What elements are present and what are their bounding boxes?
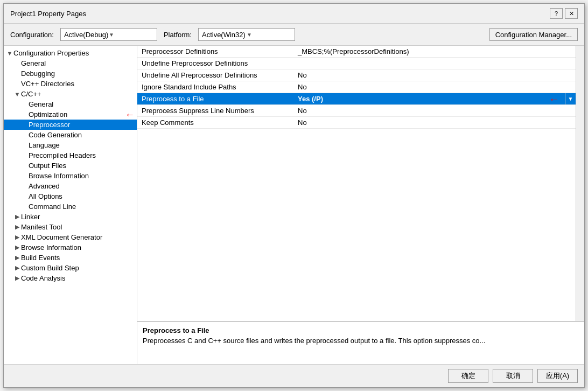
prop-dropdown-arrow-icon[interactable]: ▼	[565, 93, 576, 105]
prop-row-suppress-line-numbers[interactable]: Preprocess Suppress Line NumbersNo	[137, 105, 576, 117]
sidebar-item-label: XML Document Generator	[21, 233, 137, 241]
cancel-button[interactable]: 取消	[493, 369, 533, 383]
sidebar: ▼Configuration PropertiesGeneralDebuggin…	[4, 46, 137, 364]
sidebar-item-precompiled[interactable]: Precompiled Headers	[4, 150, 137, 160]
sidebar-item-manifest-tool[interactable]: ▶Manifest Tool	[4, 222, 137, 232]
platform-label: Platform:	[164, 31, 192, 39]
config-row: Configuration: Active(Debug) ▼ Platform:…	[4, 24, 584, 45]
prop-value: Yes (/P)	[293, 95, 565, 103]
prop-name: Keep Comments	[137, 118, 293, 127]
title-controls: ? ✕	[550, 8, 578, 19]
sidebar-item-config-props[interactable]: ▼Configuration Properties	[4, 48, 137, 58]
prop-value: _MBCS;%(PreprocessorDefinitions)	[293, 47, 576, 55]
sidebar-item-label: Preprocessor	[29, 121, 137, 129]
sidebar-item-cpp-general[interactable]: General	[4, 99, 137, 109]
sidebar-item-label: Precompiled Headers	[29, 151, 137, 159]
sidebar-item-label: Browse Information	[29, 172, 137, 180]
sidebar-item-browse-info2[interactable]: ▶Browse Information	[4, 242, 137, 253]
config-label: Configuration:	[10, 31, 54, 39]
expand-icon: ▶	[13, 254, 21, 261]
sidebar-item-label: C/C++	[21, 90, 137, 98]
sidebar-item-label: Debugging	[21, 69, 137, 78]
sidebar-item-xml-doc[interactable]: ▶XML Document Generator	[4, 232, 137, 242]
prop-row-undef-all-preprocessor[interactable]: Undefine All Preprocessor DefinitionsNo	[137, 69, 576, 81]
sidebar-item-code-analysis[interactable]: ▶Code Analysis	[4, 273, 137, 283]
description-title: Preprocess to a File	[143, 326, 579, 334]
sidebar-item-code-gen[interactable]: Code Generation	[4, 130, 137, 140]
property-table: Preprocessor Definitions_MBCS;%(Preproce…	[137, 46, 576, 321]
sidebar-item-general[interactable]: General	[4, 58, 137, 68]
prop-name: Undefine All Preprocessor Definitions	[137, 71, 293, 79]
prop-row-ignore-standard[interactable]: Ignore Standard Include PathsNo	[137, 81, 576, 93]
prop-name: Preprocessor Definitions	[137, 47, 293, 55]
title-bar: Project1 Property Pages ? ✕	[4, 4, 584, 24]
description-text: Preprocesses C and C++ source files and …	[143, 337, 579, 345]
prop-name: Undefine Preprocessor Definitions	[137, 59, 293, 67]
sidebar-item-all-options[interactable]: All Options	[4, 191, 137, 201]
expand-icon: ▶	[13, 264, 21, 271]
sidebar-item-label: Command Line	[29, 203, 137, 211]
sidebar-item-output-files[interactable]: Output Files	[4, 160, 137, 171]
sidebar-item-label: Output Files	[29, 162, 137, 170]
sidebar-item-label: Manifest Tool	[21, 223, 137, 231]
sidebar-item-label: General	[21, 59, 137, 67]
config-dropdown[interactable]: Active(Debug) ▼	[60, 28, 157, 41]
sidebar-item-label: Optimization	[29, 110, 137, 118]
sidebar-item-command-line[interactable]: Command Line	[4, 201, 137, 212]
sidebar-item-preprocessor[interactable]: Preprocessor	[4, 120, 137, 130]
dialog-title: Project1 Property Pages	[10, 10, 86, 18]
expand-icon: ▶	[13, 234, 21, 241]
sidebar-item-label: All Options	[29, 192, 137, 200]
sidebar-item-label: Language	[29, 141, 137, 149]
sidebar-item-debugging[interactable]: Debugging	[4, 68, 137, 79]
platform-value: Active(Win32)	[202, 31, 247, 39]
sidebar-item-label: Code Analysis	[21, 274, 137, 282]
expand-icon: ▶	[13, 275, 21, 282]
sidebar-item-label: Custom Build Step	[21, 264, 137, 272]
sidebar-item-label: VC++ Directories	[21, 80, 137, 88]
expand-icon: ▶	[13, 224, 21, 231]
prop-row-keep-comments[interactable]: Keep CommentsNo	[137, 117, 576, 129]
expand-icon: ▶	[13, 213, 21, 220]
sidebar-item-label: Browse Information	[21, 243, 137, 252]
sidebar-item-optimization[interactable]: Optimization←	[4, 109, 137, 120]
config-arrow-icon: ▼	[109, 32, 153, 38]
config-manager-button[interactable]: Configuration Manager...	[489, 28, 578, 41]
apply-button[interactable]: 应用(A)	[537, 369, 578, 383]
sidebar-item-label: Code Generation	[29, 131, 137, 139]
help-button[interactable]: ?	[550, 8, 563, 19]
bottom-buttons: 确定 取消 应用(A)	[4, 364, 584, 387]
sidebar-item-label: General	[29, 100, 137, 108]
expand-icon: ▼	[6, 50, 13, 57]
prop-value: No	[293, 83, 576, 91]
prop-value: No	[293, 107, 576, 115]
property-pages-dialog: Project1 Property Pages ? ✕ Configuratio…	[3, 3, 585, 388]
sidebar-item-language[interactable]: Language	[4, 140, 137, 150]
close-button[interactable]: ✕	[565, 8, 578, 19]
prop-name: Ignore Standard Include Paths	[137, 83, 293, 91]
sidebar-item-build-events[interactable]: ▶Build Events	[4, 253, 137, 263]
sidebar-item-cpp[interactable]: ▼C/C++	[4, 89, 137, 99]
sidebar-item-browse-info[interactable]: Browse Information	[4, 171, 137, 181]
prop-row-undef-preprocessor[interactable]: Undefine Preprocessor Definitions	[137, 58, 576, 69]
prop-table-wrapper: Preprocessor Definitions_MBCS;%(Preproce…	[137, 46, 584, 321]
content-area: Preprocessor Definitions_MBCS;%(Preproce…	[137, 46, 584, 364]
sidebar-item-label: Configuration Properties	[13, 49, 137, 57]
prop-row-preprocessor-defs[interactable]: Preprocessor Definitions_MBCS;%(Preproce…	[137, 46, 576, 58]
sidebar-item-linker[interactable]: ▶Linker	[4, 212, 137, 222]
sidebar-item-advanced[interactable]: Advanced	[4, 181, 137, 191]
scrollbar[interactable]	[576, 46, 584, 321]
description-area: Preprocess to a File Preprocesses C and …	[137, 321, 584, 364]
platform-dropdown[interactable]: Active(Win32) ▼	[198, 28, 295, 41]
platform-arrow-icon: ▼	[247, 32, 291, 38]
sidebar-item-label: Build Events	[21, 254, 137, 262]
expand-icon: ▼	[13, 91, 21, 97]
config-value: Active(Debug)	[64, 31, 109, 39]
prop-row-preprocess-to-file[interactable]: Preprocess to a FileYes (/P)▼←	[137, 93, 576, 105]
expand-icon: ▶	[13, 244, 21, 251]
sidebar-item-vc-dirs[interactable]: VC++ Directories	[4, 79, 137, 89]
prop-value: No	[293, 118, 576, 127]
sidebar-item-label: Linker	[21, 213, 137, 221]
sidebar-item-custom-build[interactable]: ▶Custom Build Step	[4, 263, 137, 273]
ok-button[interactable]: 确定	[448, 369, 488, 383]
